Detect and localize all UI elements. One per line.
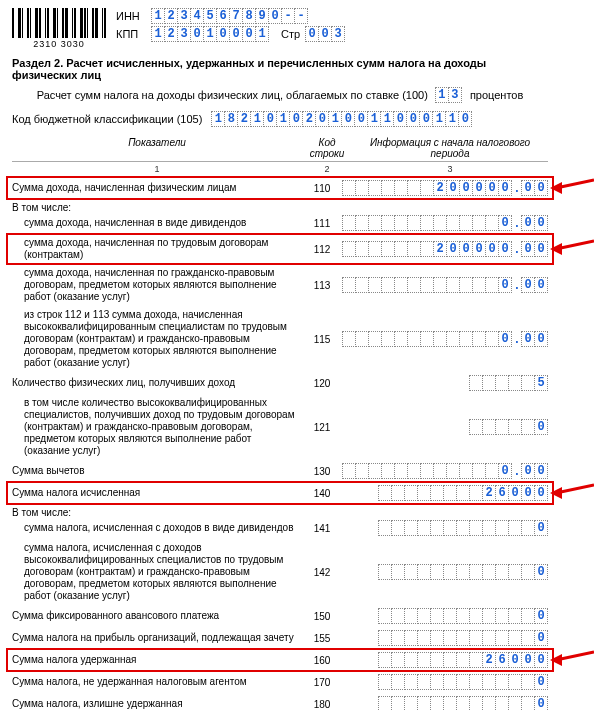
row-label: Сумма налога удержанная [12, 654, 302, 666]
row-150: Сумма фиксированного авансового платежа1… [12, 608, 548, 624]
row-value: 0.00 [342, 463, 548, 479]
row-120: Количество физических лиц, получивших до… [12, 375, 548, 391]
svg-marker-1 [550, 182, 562, 194]
row-value: 200000.00 [342, 241, 548, 257]
page-label: Стр [281, 28, 300, 40]
row-code: 112 [302, 244, 342, 255]
row-value: 0 [342, 564, 548, 580]
row-label: Сумма фиксированного авансового платежа [12, 610, 302, 622]
row-110: Сумма дохода, начисленная физическим лиц… [12, 180, 548, 196]
kpp-label: КПП [116, 28, 146, 40]
row-code: 160 [302, 655, 342, 666]
kbk-value: 18210102010011000110 [212, 111, 472, 127]
row-180: Сумма налога, излишне удержанная1800 [12, 696, 548, 710]
svg-line-6 [556, 652, 594, 660]
row-code: 115 [302, 334, 342, 345]
row-label: сумма налога, исчисленная с доходов высо… [12, 542, 302, 602]
note-in_that: В том числе: [12, 202, 548, 213]
form-header: 2310 3030 ИНН 1234567890-- КПП 123010001… [12, 8, 548, 49]
rate-line: Расчет сумм налога на доходы физических … [12, 87, 548, 103]
row-code: 180 [302, 699, 342, 710]
svg-marker-5 [550, 487, 562, 499]
svg-line-4 [556, 485, 594, 493]
row-142: сумма налога, исчисленная с доходов высо… [12, 542, 548, 602]
row-code: 142 [302, 567, 342, 578]
row-label: Сумма вычетов [12, 465, 302, 477]
highlight-arrow-icon [550, 239, 594, 259]
table-header: Показатели Код строки Информация с начал… [12, 137, 548, 159]
row-code: 150 [302, 611, 342, 622]
table-subheader: 1 2 3 [12, 161, 548, 174]
rate-value: 13 [436, 87, 462, 103]
row-code: 111 [302, 218, 342, 229]
barcode: 2310 3030 [12, 8, 106, 49]
row-value: 26000 [342, 652, 548, 668]
row-code: 130 [302, 466, 342, 477]
row-111: сумма дохода, начисленная в виде дивиден… [12, 215, 548, 231]
row-label: сумма налога, исчисленная с доходов в ви… [12, 522, 302, 534]
row-value: 5 [342, 375, 548, 391]
row-value: 0 [342, 630, 548, 646]
page-value: 003 [306, 26, 345, 42]
kbk-label: Код бюджетной классификации (105) [12, 113, 202, 125]
rate-suffix: процентов [470, 89, 523, 101]
row-label: Сумма налога исчисленная [12, 487, 302, 499]
row-value: 0 [342, 520, 548, 536]
row-140: Сумма налога исчисленная14026000 [12, 485, 548, 501]
section-title: Раздел 2. Расчет исчисленных, удержанных… [12, 57, 548, 81]
row-label: сумма дохода, начисленная в виде дивиден… [12, 217, 302, 229]
row-value: 0 [342, 608, 548, 624]
row-label: из строк 112 и 113 сумма дохода, начисле… [12, 309, 302, 369]
row-code: 120 [302, 378, 342, 389]
highlight-arrow-icon [550, 483, 594, 503]
row-155: Сумма налога на прибыль организаций, под… [12, 630, 548, 646]
row-code: 170 [302, 677, 342, 688]
th-info: Информация с начала налогового периода [352, 137, 548, 159]
row-label: Сумма налога, излишне удержанная [12, 698, 302, 710]
highlight-arrow-icon [550, 178, 594, 198]
highlight-arrow-icon [550, 650, 594, 670]
rate-text: Расчет сумм налога на доходы физических … [37, 89, 428, 101]
row-code: 113 [302, 280, 342, 291]
kpp-value: 123010001 [152, 26, 269, 42]
kbk-line: Код бюджетной классификации (105) 182101… [12, 111, 548, 127]
row-label: сумма дохода, начисленная по гражданско-… [12, 267, 302, 303]
svg-line-0 [556, 180, 594, 188]
row-value: 26000 [342, 485, 548, 501]
row-value: 0.00 [342, 215, 548, 231]
row-label: Сумма налога на прибыль организаций, под… [12, 632, 302, 644]
row-113: сумма дохода, начисленная по гражданско-… [12, 267, 548, 303]
row-170: Сумма налога, не удержанная налоговым аг… [12, 674, 548, 690]
th-code: Код строки [302, 137, 352, 159]
row-label: Количество физических лиц, получивших до… [12, 377, 302, 389]
row-value: 200000.00 [342, 180, 548, 196]
th-indicators: Показатели [12, 137, 302, 159]
note-in_that2: В том числе: [12, 507, 548, 518]
barcode-number: 2310 3030 [12, 39, 106, 49]
row-value: 0.00 [342, 331, 548, 347]
row-value: 0 [342, 674, 548, 690]
row-code: 141 [302, 523, 342, 534]
row-160: Сумма налога удержанная16026000 [12, 652, 548, 668]
row-code: 155 [302, 633, 342, 644]
row-label: Сумма налога, не удержанная налоговым аг… [12, 676, 302, 688]
row-code: 110 [302, 183, 342, 194]
row-115: из строк 112 и 113 сумма дохода, начисле… [12, 309, 548, 369]
row-code: 140 [302, 488, 342, 499]
row-130: Сумма вычетов1300.00 [12, 463, 548, 479]
row-112: сумма дохода, начисленная по трудовым до… [12, 237, 548, 261]
row-121: в том числе количество высококвалифициро… [12, 397, 548, 457]
inn-label: ИНН [116, 10, 146, 22]
row-value: 0 [342, 696, 548, 710]
svg-marker-7 [550, 654, 562, 666]
row-value: 0.00 [342, 277, 548, 293]
row-code: 121 [302, 422, 342, 433]
inn-value: 1234567890-- [152, 8, 308, 24]
row-value: 0 [342, 419, 548, 435]
row-label: сумма дохода, начисленная по трудовым до… [12, 237, 302, 261]
svg-marker-3 [550, 243, 562, 255]
row-141: сумма налога, исчисленная с доходов в ви… [12, 520, 548, 536]
row-label: Сумма дохода, начисленная физическим лиц… [12, 182, 302, 194]
svg-line-2 [556, 241, 594, 249]
row-label: в том числе количество высококвалифициро… [12, 397, 302, 457]
